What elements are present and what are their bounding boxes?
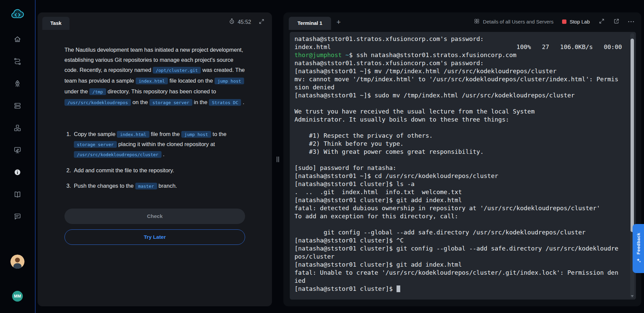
terminal-line: . .. .git index.html info.txt welcome.tx… — [294, 188, 623, 196]
blocks-icon — [13, 124, 21, 133]
expand-icon — [599, 18, 605, 25]
inline-code-chip: /tmp — [89, 88, 106, 95]
task-steps: Copy the sample index.html file from the… — [64, 129, 245, 191]
kodekloud-logo[interactable] — [10, 7, 25, 23]
terminal-line: We trust you have received the usual lec… — [294, 107, 623, 116]
inline-code-chip: /usr/src/kodekloudrepos/cluster — [74, 151, 162, 158]
terminal-line: [natasha@ststor01 cluster]$ — [294, 285, 623, 293]
info-icon — [13, 168, 21, 177]
inline-code-chip: storage server — [149, 99, 192, 106]
terminal-cursor — [397, 285, 400, 292]
terminal-line: #2) Think before you type. — [294, 140, 623, 148]
task-description: The Nautilus development team has initia… — [64, 45, 245, 108]
inline-code-chip: Stratos DC — [209, 99, 241, 106]
stop-icon — [562, 19, 566, 24]
terminal-line: sion denied — [294, 83, 623, 91]
initials-badge[interactable]: MM — [12, 291, 23, 302]
add-terminal-button[interactable]: + — [331, 18, 341, 30]
terminal-line: git config --global --add safe.directory… — [294, 228, 623, 236]
terminal-panel: Terminal 1 + Details of all Users and Se… — [283, 12, 641, 306]
kodekloud-logo-icon — [10, 18, 25, 23]
external-link-icon — [613, 18, 619, 25]
sidebar-nav — [12, 35, 22, 222]
details-users-servers-button[interactable]: Details of all Users and Servers — [474, 18, 553, 25]
task-expand-button[interactable] — [259, 18, 265, 26]
terminal-line: [natasha@ststor01 ~]$ sudo mv /tmp/index… — [294, 91, 623, 99]
feedback-button[interactable]: Feedback — [633, 224, 644, 273]
terminal-line: [natasha@ststor01 cluster]$ ^C — [294, 236, 623, 244]
terminal-line: [natasha@ststor01 ~]$ mv /tmp/index.html… — [294, 67, 623, 75]
terminal-line: fatal: detected dubious ownership in rep… — [294, 204, 623, 212]
lab-timer-value: 45:52 — [238, 19, 251, 25]
home-icon — [13, 35, 21, 44]
tab-task[interactable]: Task — [42, 17, 70, 30]
terminal-line: [natasha@ststor01 cluster]$ ls -a — [294, 180, 623, 188]
terminal-line — [294, 220, 623, 228]
sidebar-item-playgrounds[interactable] — [12, 79, 22, 89]
terminal-line: pos/cluster — [294, 253, 623, 261]
stopwatch-icon — [229, 18, 235, 26]
whiteboard-icon — [13, 146, 21, 155]
sidebar-item-handbook[interactable] — [12, 190, 22, 200]
terminal-line: fatal: Unable to create '/usr/src/kodekl… — [294, 269, 623, 277]
lab-timer: 45:52 — [229, 18, 251, 26]
terminal-line: ied — [294, 277, 623, 285]
inline-code-chip: master — [135, 183, 157, 189]
ellipsis-icon — [628, 21, 634, 23]
panel-resizer[interactable] — [272, 12, 283, 306]
avatar-image — [10, 265, 25, 269]
user-avatar[interactable] — [10, 255, 25, 269]
sparkle-icon — [636, 258, 641, 264]
chat-icon — [13, 213, 21, 222]
task-panel: Task 45:52 The Nautil — [38, 12, 272, 306]
check-button[interactable]: Check — [64, 209, 245, 224]
book-icon — [13, 190, 21, 199]
terminal-line — [294, 99, 623, 107]
inline-code-chip: /opt/cluster.git — [153, 67, 201, 74]
task-body: The Nautilus development team has initia… — [38, 30, 272, 306]
task-step: Add and commit the file to the repositor… — [73, 166, 245, 175]
tab-terminal-1[interactable]: Terminal 1 — [289, 17, 331, 30]
task-step: Push the changes to the master branch. — [73, 181, 245, 191]
terminal-expand-button[interactable] — [599, 18, 605, 25]
stop-lab-button[interactable]: Stop Lab — [562, 19, 590, 25]
task-panel-header: Task 45:52 — [38, 12, 272, 30]
scroll-down-arrow-icon[interactable] — [631, 295, 634, 297]
app-root: MM Task 45:52 — [0, 0, 644, 313]
learning-path-icon — [13, 57, 21, 66]
terminal-line: mv: cannot move '/tmp/index.html' to '/u… — [294, 75, 623, 83]
sidebar-bottom: MM — [10, 255, 25, 302]
sidebar-item-support[interactable] — [12, 212, 22, 222]
terminal-header-actions: Details of all Users and Servers Stop La… — [474, 18, 634, 30]
inline-code-chip: storage server — [74, 141, 117, 148]
terminal-line: #1) Respect the privacy of others. — [294, 132, 623, 140]
terminal-header: Terminal 1 + Details of all Users and Se… — [283, 12, 641, 30]
sidebar-item-projects[interactable] — [12, 123, 22, 133]
terminal-line: [natasha@ststor01 cluster]$ git add inde… — [294, 196, 623, 204]
inline-code-chip: /usr/src/kodekloudrepos — [64, 99, 131, 106]
expand-icon — [259, 18, 265, 26]
sidebar-item-info[interactable] — [12, 168, 22, 178]
open-new-window-button[interactable] — [613, 18, 619, 25]
inline-code-chip: index.html — [136, 78, 168, 84]
task-header-actions: 45:52 — [229, 18, 265, 30]
terminal-line: [sudo] password for natasha: — [294, 164, 623, 172]
terminal-output: natasha@ststor01.stratos.xfusioncorp.com… — [294, 35, 623, 293]
grid-icon — [474, 18, 480, 25]
sidebar-item-home[interactable] — [12, 35, 22, 45]
main-content: Task 45:52 The Nautil — [36, 0, 644, 313]
sidebar-item-reviews[interactable] — [12, 145, 22, 155]
terminal-line — [294, 156, 623, 164]
terminal-line: natasha@ststor01.stratos.xfusioncorp.com… — [294, 59, 623, 67]
terminal-screen[interactable]: natasha@ststor01.stratos.xfusioncorp.com… — [290, 32, 636, 300]
more-options-button[interactable] — [628, 21, 634, 23]
terminal-line: thor@jumphost ~$ ssh natasha@ststor01.st… — [294, 51, 623, 59]
terminal-line: index.html 100% 27 106.0KB/s 00:00 — [294, 43, 623, 51]
terminal-line: #3) With great power comes great respons… — [294, 148, 623, 156]
terminal-scrollbar-thumb[interactable] — [631, 39, 634, 232]
sidebar-item-learning-path[interactable] — [12, 57, 22, 67]
try-later-button[interactable]: Try Later — [64, 229, 245, 245]
sidebar-item-labs[interactable] — [12, 101, 22, 111]
terminal-line: natasha@ststor01.stratos.xfusioncorp.com… — [294, 35, 623, 43]
stop-lab-label: Stop Lab — [569, 19, 590, 25]
